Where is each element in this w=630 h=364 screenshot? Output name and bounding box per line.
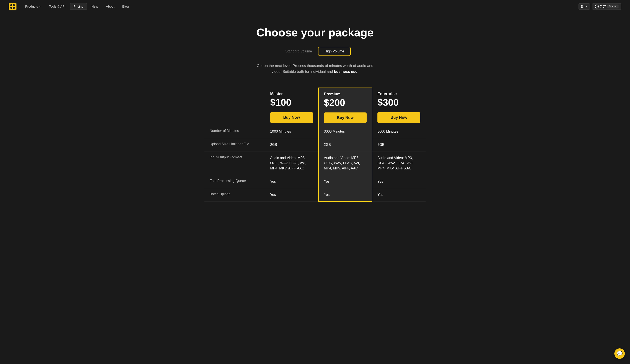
timer-icon: ⏱ — [595, 4, 599, 8]
feature-label-fast-queue: Fast Processing Queue — [204, 175, 265, 188]
table-row-fast-queue: Fast Processing Queue Yes Yes Yes — [204, 175, 426, 188]
enterprise-batch-upload: Yes — [372, 188, 426, 202]
buy-now-master[interactable]: Buy Now — [270, 112, 313, 123]
main-content: Choose your package Standard Volume High… — [196, 13, 434, 219]
premium-batch-upload: Yes — [318, 188, 372, 202]
page-title: Choose your package — [204, 26, 426, 39]
nav-items: Products ▼ Tools & API Pricing Help Abou… — [22, 3, 578, 10]
subtitle-end: . — [357, 69, 358, 74]
nav-item-tools[interactable]: Tools & API — [45, 3, 69, 9]
plan-name-premium: Premium — [324, 92, 366, 96]
plan-price-enterprise: $300 — [378, 97, 420, 108]
plan-badge: Starter — [607, 4, 618, 8]
subtitle-bold: business use — [334, 69, 357, 74]
enterprise-minutes: 5000 Minutes — [372, 125, 426, 138]
language-selector[interactable]: En ▼ — [578, 3, 590, 9]
premium-minutes: 3000 Minutes — [318, 125, 372, 138]
feature-header — [204, 88, 265, 125]
feature-label-minutes: Number of Minutes — [204, 125, 265, 138]
table-row-upload: Upload Size Limit per File 2GB 2GB 2GB — [204, 138, 426, 151]
enterprise-upload: 2GB — [372, 138, 426, 151]
pricing-table: Master $100 Buy Now Premium $200 Buy Now… — [204, 87, 426, 202]
subtitle: Get on the next level. Process thousands… — [204, 63, 426, 74]
master-formats: Audio and Video: MP3, OGG, WAV, FLAC, AV… — [265, 151, 318, 175]
plan-header-premium: Premium $200 Buy Now — [318, 88, 372, 125]
master-upload: 2GB — [265, 138, 318, 151]
plan-price-premium: $200 — [324, 97, 366, 108]
nav-item-about[interactable]: About — [102, 3, 118, 9]
master-minutes: 1000 Minutes — [265, 125, 318, 138]
nav-item-help[interactable]: Help — [88, 3, 102, 9]
master-fast-queue: Yes — [265, 175, 318, 188]
volume-toggle: Standard Volume High Volume — [204, 47, 426, 56]
navbar: Products ▼ Tools & API Pricing Help Abou… — [0, 0, 630, 13]
plan-header-enterprise: Enterprise $300 Buy Now — [372, 88, 426, 125]
plan-price-master: $100 — [270, 97, 313, 108]
master-batch-upload: Yes — [265, 188, 318, 202]
timer-badge: ⏱ 7:07 Starter — [592, 3, 621, 10]
nav-item-pricing[interactable]: Pricing — [70, 3, 87, 10]
premium-fast-queue: Yes — [318, 175, 372, 188]
nav-item-products[interactable]: Products ▼ — [22, 3, 44, 9]
dropdown-chevron: ▼ — [39, 5, 41, 7]
premium-formats: Audio and Video: MP3, OGG, WAV, FLAC, AV… — [318, 151, 372, 175]
plan-name-enterprise: Enterprise — [378, 92, 420, 96]
feature-label-batch-upload: Batch Upload — [204, 188, 265, 202]
table-row-formats: Input/Output Formats Audio and Video: MP… — [204, 151, 426, 175]
nav-item-blog[interactable]: Blog — [119, 3, 132, 9]
enterprise-formats: Audio and Video: MP3, OGG, WAV, FLAC, AV… — [372, 151, 426, 175]
buy-now-premium[interactable]: Buy Now — [324, 112, 366, 123]
chat-button[interactable]: 💬 — [614, 349, 625, 359]
high-volume-option[interactable]: High Volume — [318, 47, 351, 56]
enterprise-fast-queue: Yes — [372, 175, 426, 188]
table-row-batch-upload: Batch Upload Yes Yes Yes — [204, 188, 426, 202]
standard-volume-option[interactable]: Standard Volume — [279, 47, 318, 55]
buy-now-enterprise[interactable]: Buy Now — [378, 112, 420, 123]
feature-label-formats: Input/Output Formats — [204, 151, 265, 175]
chat-icon: 💬 — [617, 351, 623, 357]
feature-label-upload: Upload Size Limit per File — [204, 138, 265, 151]
table-row-minutes: Number of Minutes 1000 Minutes 3000 Minu… — [204, 125, 426, 138]
nav-right: En ▼ ⏱ 7:07 Starter — [578, 3, 621, 10]
logo[interactable] — [9, 2, 16, 10]
plan-name-master: Master — [270, 92, 313, 96]
lang-chevron: ▼ — [585, 5, 588, 7]
plan-header-master: Master $100 Buy Now — [265, 88, 318, 125]
premium-upload: 2GB — [318, 138, 372, 151]
